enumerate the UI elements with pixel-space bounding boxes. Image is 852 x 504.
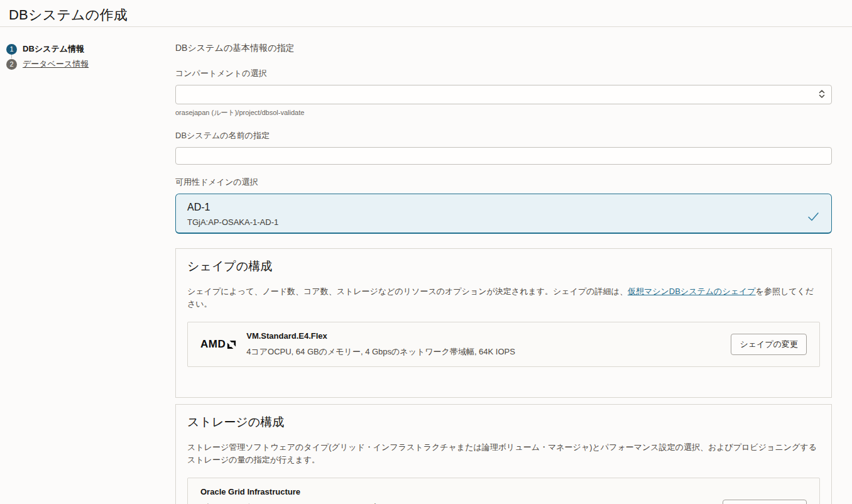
ad-detail: TGjA:AP-OSAKA-1-AD-1 [187,217,820,227]
step-1-label: DBシステム情報 [23,43,84,55]
shape-section-description: シェイプによって、ノード数、コア数、ストレージなどのリソースのオプションが決定さ… [187,285,820,310]
change-shape-button[interactable]: シェイプの変更 [731,334,807,355]
compartment-select[interactable] [175,85,832,104]
amd-arrow-icon [227,340,236,349]
amd-wordmark: AMD [200,338,226,351]
stepper-step-db-system-info[interactable]: 1 DBシステム情報 [6,43,175,55]
check-icon [807,212,819,224]
compartment-label: コンパートメントの選択 [175,68,832,79]
change-storage-button[interactable]: ストレージの変更 [723,500,807,504]
ad-name: AD-1 [187,202,820,213]
storage-section-description: ストレージ管理ソフトウェアのタイプ(グリッド・インフラストラクチャまたは論理ボリ… [187,441,820,466]
stepper-step-database-info[interactable]: 2 データベース情報 [6,58,175,70]
select-spinner-icon [819,89,825,101]
shape-config-section: シェイプの構成 シェイプによって、ノード数、コア数、ストレージなどのリソースのオ… [175,248,832,398]
step-2-badge: 2 [6,59,17,70]
availability-domain-label: 可用性ドメインの選択 [175,177,832,188]
vm-db-shape-link[interactable]: 仮想マシンDBシステムのシェイプ [628,287,756,296]
wizard-stepper: 1 DBシステム情報 2 データベース情報 [0,27,175,70]
db-name-label: DBシステムの名前の指定 [175,130,832,141]
step-2-link[interactable]: データベース情報 [23,58,89,70]
shape-section-title: シェイプの構成 [187,258,820,275]
shape-name: VM.Standard.E4.Flex [246,331,731,341]
shape-desc-before: シェイプによって、ノード数、コア数、ストレージなどのリソースのオプションが決定さ… [187,287,628,296]
shape-card: AMD VM.Standard.E4.Flex 4コアOCPU, 64 GBのメ… [187,322,820,367]
step-1-badge: 1 [6,44,17,55]
compartment-path-text: orasejapan (ルート)/project/dbsol-validate [175,108,832,118]
page-title: DBシステムの作成 [9,6,843,25]
db-name-input[interactable] [175,147,832,165]
storage-section-title: ストレージの構成 [187,414,820,430]
storage-config-section: ストレージの構成 ストレージ管理ソフトウェアのタイプ(グリッド・インフラストラク… [175,404,832,504]
page-header: DBシステムの作成 [0,0,852,27]
storage-software-name: Oracle Grid Infrastructure [200,487,723,496]
amd-logo: AMD [200,338,236,351]
availability-domain-option-selected[interactable]: AD-1 TGjA:AP-OSAKA-1-AD-1 [175,194,832,234]
shape-specs: 4コアOCPU, 64 GBのメモリー, 4 Gbpsのネットワーク帯域幅, 6… [246,346,731,358]
form-intro-text: DBシステムの基本情報の指定 [175,43,832,54]
storage-card: Oracle Grid Infrastructure ブロック・ボリュームのパフ… [187,478,820,504]
